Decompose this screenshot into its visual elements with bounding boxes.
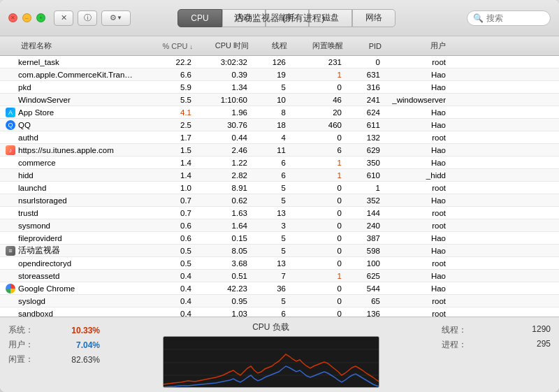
process-pid: 598 <box>346 247 384 255</box>
process-name: opendirectoryd <box>0 259 140 268</box>
process-pid: 0 <box>346 58 384 66</box>
process-threads: 6 <box>252 171 290 180</box>
process-time: 1.34 <box>196 83 252 92</box>
process-time: 0.44 <box>196 133 252 142</box>
process-cpu: 1.4 <box>140 171 196 180</box>
stat-label: 闲置： <box>8 354 34 365</box>
process-time: 0.15 <box>196 234 252 242</box>
info-button[interactable]: ⓘ <box>78 10 97 26</box>
process-pid: 136 <box>346 310 384 317</box>
process-name: hidd <box>0 171 140 180</box>
process-threads: 13 <box>252 209 290 217</box>
tab-CPU[interactable]: CPU <box>177 9 222 27</box>
process-pid: 144 <box>346 209 384 217</box>
process-time: 0.39 <box>196 71 252 79</box>
process-idle: 1 <box>290 272 346 280</box>
process-time: 42.23 <box>196 284 252 293</box>
process-threads: 5 <box>252 234 290 242</box>
process-threads: 13 <box>252 259 290 268</box>
process-name: authd <box>0 133 140 142</box>
col-cpu-time[interactable]: CPU 时间 <box>196 39 252 52</box>
process-idle: 20 <box>290 108 346 117</box>
process-pid: 100 <box>346 259 384 268</box>
maximize-button[interactable]: + <box>36 13 45 22</box>
process-idle: 46 <box>290 96 346 104</box>
table-row[interactable]: launchd 1.0 8.91 5 0 1 root <box>0 182 559 194</box>
table-row[interactable]: ♪https://su.itunes.apple.com 1.5 2.46 11… <box>0 144 559 157</box>
process-threads: 19 <box>252 71 290 79</box>
table-row[interactable]: syslogd 0.4 0.95 5 0 65 root <box>0 295 559 307</box>
process-time: 8.05 <box>196 247 252 255</box>
table-row[interactable]: ≡活动监视器 0.5 8.05 5 0 598 Hao <box>0 245 559 257</box>
col-threads[interactable]: 线程 <box>252 39 290 52</box>
table-row[interactable]: WindowServer 5.5 1:10:60 10 46 241 _wind… <box>0 94 559 106</box>
process-threads: 5 <box>252 297 290 305</box>
table-row[interactable]: kernel_task 22.2 3:02:32 126 231 0 root <box>0 56 559 68</box>
tab-网络[interactable]: 网络 <box>352 9 395 27</box>
col-user[interactable]: 用户 <box>384 39 454 52</box>
table-row[interactable]: opendirectoryd 0.5 3.68 13 0 100 root <box>0 257 559 270</box>
process-time: 2.46 <box>196 146 252 154</box>
activity-icon: ≡ <box>6 246 15 256</box>
table-row[interactable]: AApp Store 4.1 1.96 8 20 624 Hao <box>0 106 559 119</box>
close-button[interactable]: ✕ <box>8 13 17 22</box>
gear-button[interactable]: ⚙ ▼ <box>101 10 131 26</box>
process-idle: 0 <box>290 184 346 192</box>
process-pid: 316 <box>346 83 384 92</box>
process-pid: 350 <box>346 159 384 167</box>
col-process-name[interactable]: 进程名称 <box>0 39 140 52</box>
process-pid: 1 <box>346 184 384 192</box>
process-name: pkd <box>0 83 140 92</box>
process-time: 0.51 <box>196 272 252 280</box>
process-time: 1.03 <box>196 310 252 317</box>
table-row[interactable]: sysmond 0.6 1.64 3 0 240 root <box>0 219 559 232</box>
col-pid[interactable]: PID <box>346 41 384 52</box>
table-row[interactable]: QQQ 2.5 30.76 18 460 611 Hao <box>0 119 559 131</box>
window-title: 活动监视器 (所有进程) <box>234 12 324 24</box>
process-user: Hao <box>384 272 454 280</box>
process-name: ≡活动监视器 <box>0 245 140 256</box>
col-cpu-pct[interactable]: % CPU ↓ <box>140 41 196 52</box>
col-idle-wake[interactable]: 闲置唤醒 <box>290 39 346 52</box>
table-row[interactable]: Google Chrome 0.4 42.23 36 0 544 Hao <box>0 282 559 295</box>
table-row[interactable]: fileproviderd 0.6 0.15 5 0 387 Hao <box>0 232 559 245</box>
qq-icon: Q <box>6 120 15 130</box>
table-row[interactable]: authd 1.7 0.44 4 0 132 root <box>0 131 559 144</box>
stat-label: 系统： <box>8 324 34 336</box>
process-pid: 240 <box>346 222 384 230</box>
stat-row: 用户：7.04% <box>8 339 100 351</box>
process-name: trustd <box>0 209 140 217</box>
table-row[interactable]: commerce 1.4 1.22 6 1 350 Hao <box>0 157 559 169</box>
stat-row: 系统：10.33% <box>8 324 100 336</box>
process-user: root <box>384 58 454 66</box>
stat-value: 82.63% <box>71 355 100 365</box>
process-threads: 18 <box>252 121 290 129</box>
process-threads: 6 <box>252 159 290 167</box>
table-row[interactable]: storeassetd 0.4 0.51 7 1 625 Hao <box>0 270 559 282</box>
process-pid: 132 <box>346 133 384 142</box>
process-threads: 3 <box>252 222 290 230</box>
search-input[interactable] <box>486 13 546 23</box>
table-row[interactable]: com.apple.CommerceKit.Tran… 6.6 0.39 19 … <box>0 68 559 81</box>
table-row[interactable]: trustd 0.7 1.63 13 0 144 root <box>0 207 559 219</box>
process-pid: 629 <box>346 146 384 154</box>
process-idle: 0 <box>290 247 346 255</box>
table-row[interactable]: hidd 1.4 2.82 6 1 610 _hidd <box>0 169 559 182</box>
cpu-chart-svg <box>164 337 379 388</box>
table-row[interactable]: sandboxd 0.4 1.03 6 0 136 root <box>0 307 559 317</box>
back-button[interactable]: ✕ <box>54 10 73 26</box>
stats-right: 线程：1290进程：295 <box>433 317 559 392</box>
table-row[interactable]: pkd 5.9 1.34 5 0 316 Hao <box>0 81 559 94</box>
process-time: 2.82 <box>196 171 252 180</box>
search-box[interactable]: 🔍 <box>467 10 551 26</box>
process-pid: 352 <box>346 196 384 205</box>
process-user: Hao <box>384 121 454 129</box>
minimize-button[interactable]: – <box>22 13 31 22</box>
stat-value: 10.33% <box>71 326 100 335</box>
process-time: 0.95 <box>196 297 252 305</box>
process-idle: 1 <box>290 71 346 79</box>
chart-title: CPU 负载 <box>252 321 289 333</box>
table-row[interactable]: nsurlstoraged 0.7 0.62 5 0 352 Hao <box>0 194 559 207</box>
process-pid: 544 <box>346 284 384 293</box>
process-threads: 36 <box>252 284 290 293</box>
